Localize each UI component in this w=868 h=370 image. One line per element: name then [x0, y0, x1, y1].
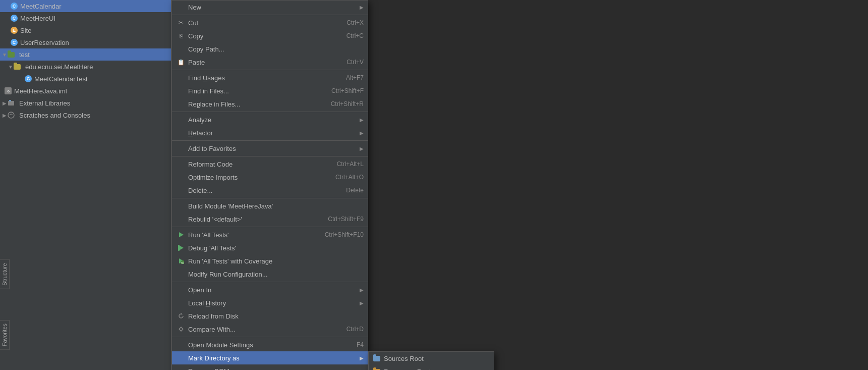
menu-item-paste[interactable]: 📋 Paste Ctrl+V: [172, 56, 368, 69]
menu-item-mark-directory[interactable]: Mark Directory as ▶: [172, 351, 368, 364]
menu-item-build-module[interactable]: Build Module 'MeetHereJava': [172, 199, 368, 213]
menu-item-label: Reload from Disk: [188, 312, 364, 320]
expand-arrow: ▶: [2, 100, 7, 105]
menu-shortcut: Ctrl+Alt+L: [337, 161, 364, 168]
menu-shortcut: Ctrl+Shift+F9: [328, 216, 364, 223]
compare-icon: [176, 326, 186, 332]
folder-orange-icon: [373, 367, 381, 370]
menu-item-open-in[interactable]: Open In ▶: [172, 283, 368, 296]
submenu-arrow-icon: ▶: [360, 117, 364, 123]
menu-shortcut: Alt+F7: [346, 74, 364, 81]
sidebar-item-label: Site: [20, 27, 31, 34]
submenu-item-sources-root[interactable]: Sources Root: [369, 352, 494, 365]
menu-item-delete[interactable]: Delete... Delete: [172, 184, 368, 197]
menu-item-compare[interactable]: Compare With... Ctrl+D: [172, 323, 368, 336]
menu-item-label: Cut: [188, 19, 336, 27]
menu-item-label: Copy: [188, 32, 336, 40]
menu-item-label: Paste: [188, 59, 336, 66]
menu-item-run-coverage[interactable]: % Run 'All Tests' with Coverage: [172, 254, 368, 268]
menu-item-copy-path[interactable]: Copy Path...: [172, 42, 368, 56]
submenu-arrow-icon: ▶: [360, 287, 364, 293]
svg-point-2: [8, 112, 14, 118]
folder-icon: [13, 63, 21, 71]
sidebar-item-label: External Libraries: [19, 99, 70, 107]
class-e-icon: E: [10, 26, 18, 34]
menu-item-label: Find Usages: [188, 74, 336, 82]
menu-item-modify-run[interactable]: Modify Run Configuration...: [172, 268, 368, 281]
menu-item-reformat[interactable]: Reformat Code Ctrl+Alt+L: [172, 157, 368, 171]
menu-item-label: Rebuild '<default>': [188, 216, 318, 223]
sidebar-item-meetcalendartest[interactable]: C MeetCalendarTest: [0, 73, 171, 85]
sidebar-item-meetcalendar[interactable]: C MeetCalendar: [0, 0, 171, 12]
expand-arrow: ▶: [2, 113, 7, 118]
sidebar-item-label: UserReservation: [20, 39, 69, 46]
sidebar-item-external-libs[interactable]: ▶ External Libraries: [0, 97, 171, 109]
menu-item-label: Debug 'All Tests': [188, 244, 364, 252]
menu-item-analyze[interactable]: Analyze ▶: [172, 113, 368, 126]
sidebar: C MeetCalendar C MeetHereUI E Site C Use…: [0, 0, 171, 370]
menu-item-label: Optimize Imports: [188, 174, 325, 181]
sidebar-item-site[interactable]: E Site: [0, 24, 171, 36]
menu-item-run-tests[interactable]: Run 'All Tests' Ctrl+Shift+F10: [172, 228, 368, 241]
menu-item-label: Remove BOM: [188, 367, 364, 371]
submenu-arrow-icon: ▶: [360, 146, 364, 151]
menu-shortcut: Ctrl+X: [346, 19, 364, 26]
menu-shortcut: Ctrl+V: [346, 59, 364, 66]
sidebar-item-package[interactable]: ▼ edu.ecnu.sei.MeetHere: [0, 61, 171, 73]
sidebar-item-scratches[interactable]: ▶ Scratches and Consoles: [0, 109, 171, 121]
menu-item-local-history[interactable]: Local History ▶: [172, 296, 368, 309]
menu-item-open-module[interactable]: Open Module Settings F4: [172, 338, 368, 351]
menu-item-reload[interactable]: Reload from Disk: [172, 309, 368, 323]
submenu-arrow-icon: ▶: [360, 5, 364, 10]
svg-marker-3: [179, 232, 184, 237]
svg-text:%: %: [181, 261, 184, 264]
menu-shortcut: F4: [357, 341, 364, 348]
expand-arrow: ▼: [8, 64, 13, 69]
svg-rect-1: [9, 100, 11, 101]
menu-shortcut: Ctrl+D: [346, 326, 364, 333]
context-menu: New ▶ ✂ Cut Ctrl+X ⎘ Copy Ctrl+C Copy Pa…: [171, 0, 368, 370]
paste-icon: 📋: [176, 59, 186, 66]
menu-item-optimize[interactable]: Optimize Imports Ctrl+Alt+O: [172, 171, 368, 184]
menu-item-label: Compare With...: [188, 326, 336, 333]
menu-separator: [172, 70, 368, 70]
sidebar-item-userreservation[interactable]: C UserReservation: [0, 36, 171, 48]
menu-shortcut: Ctrl+Alt+O: [335, 174, 364, 181]
sidebar-item-label: edu.ecnu.sei.MeetHere: [25, 63, 93, 71]
menu-item-copy[interactable]: ⎘ Copy Ctrl+C: [172, 29, 368, 42]
menu-item-refactor[interactable]: Refactor ▶: [172, 126, 368, 139]
menu-item-replace-files[interactable]: Replace in Files... Ctrl+Shift+R: [172, 97, 368, 111]
menu-item-rebuild[interactable]: Rebuild '<default>' Ctrl+Shift+F9: [172, 213, 368, 226]
menu-item-find-files[interactable]: Find in Files... Ctrl+Shift+F: [172, 84, 368, 97]
menu-item-remove-bom[interactable]: Remove BOM: [172, 364, 368, 370]
folder-icon: [7, 50, 15, 59]
menu-item-add-favorites[interactable]: Add to Favorites ▶: [172, 142, 368, 155]
sidebar-item-test[interactable]: ▼ test: [0, 48, 171, 61]
menu-item-label: Build Module 'MeetHereJava': [188, 202, 364, 210]
svg-rect-5: [178, 245, 180, 251]
copy-icon: ⎘: [176, 33, 186, 39]
menu-item-label: Replace in Files...: [188, 100, 321, 108]
menu-item-cut[interactable]: ✂ Cut Ctrl+X: [172, 16, 368, 29]
run-icon: [176, 232, 186, 238]
mark-directory-submenu: Sources Root Resources Root Test Resourc…: [368, 351, 494, 370]
sidebar-item-label: MeetHereUI: [20, 15, 55, 22]
menu-shortcut: Ctrl+C: [346, 32, 364, 39]
sidebar-item-iml[interactable]: ⚙ MeetHereJava.iml: [0, 85, 171, 97]
submenu-item-label: Resources Root: [384, 368, 431, 371]
menu-item-label: Refactor: [188, 129, 358, 137]
svg-marker-9: [181, 313, 183, 314]
class-icon: C: [10, 38, 18, 46]
menu-item-new[interactable]: New ▶: [172, 1, 368, 14]
sidebar-item-meethereui[interactable]: C MeetHereUI: [0, 12, 171, 24]
favorites-tab[interactable]: Favorites: [0, 320, 10, 350]
menu-separator: [172, 227, 368, 227]
menu-item-find-usages[interactable]: Find Usages Alt+F7: [172, 71, 368, 84]
menu-item-debug-tests[interactable]: Debug 'All Tests': [172, 241, 368, 254]
structure-tab[interactable]: Structure: [0, 259, 10, 289]
class-icon: C: [10, 2, 18, 10]
submenu-item-resources-root[interactable]: Resources Root: [369, 365, 494, 370]
submenu-arrow-icon: ▶: [360, 300, 364, 306]
menu-shortcut: Ctrl+Shift+F: [331, 87, 364, 94]
menu-item-label: Find in Files...: [188, 87, 321, 95]
